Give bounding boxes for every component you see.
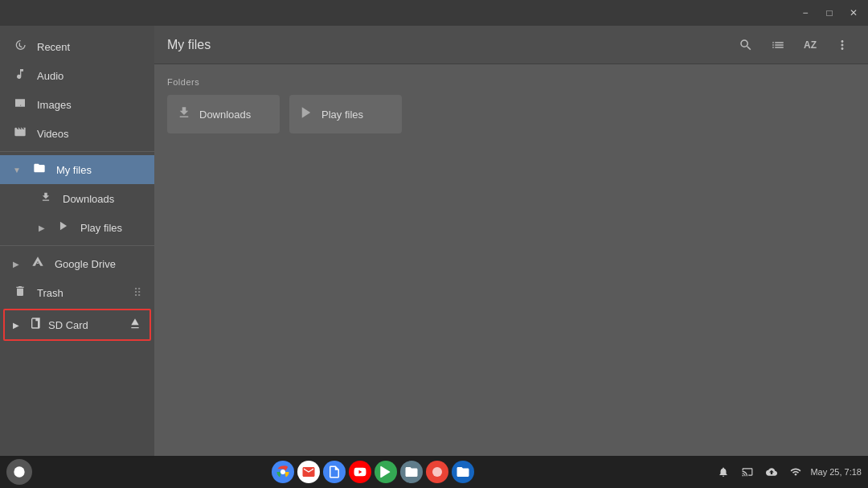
videos-icon — [13, 125, 27, 141]
taskbar-files-2[interactable] — [452, 461, 474, 483]
videos-label: Videos — [37, 128, 69, 140]
datetime-display: May 25, 7:18 — [810, 467, 862, 477]
audio-label: Audio — [37, 70, 63, 82]
drag-handle-icon: ⠿ — [133, 286, 141, 299]
play-files-folder-icon — [299, 105, 313, 123]
title-bar: − □ ✕ — [0, 0, 868, 26]
date-label: May 25, — [810, 467, 841, 477]
sidebar-item-audio[interactable]: Audio — [0, 61, 154, 90]
sort-button[interactable]: AZ — [797, 32, 823, 58]
more-options-button[interactable] — [829, 32, 855, 58]
downloads-folder-name: Downloads — [199, 109, 251, 121]
play-files-icon — [56, 220, 71, 235]
downloads-folder-icon — [177, 105, 191, 123]
sidebar-item-trash[interactable]: Trash ⠿ — [0, 278, 154, 307]
downloads-label: Downloads — [63, 193, 114, 205]
sd-card-icon — [27, 317, 42, 333]
taskbar-unknown-app[interactable] — [426, 461, 448, 483]
taskbar: May 25, 7:18 — [0, 456, 868, 488]
app-body: Recent Audio Images Vid — [0, 26, 868, 458]
google-drive-label: Google Drive — [55, 258, 116, 270]
minimize-button[interactable]: − — [794, 3, 817, 23]
sidebar-item-google-drive[interactable]: ▶ Google Drive — [0, 249, 154, 278]
list-view-button[interactable] — [765, 32, 791, 58]
sidebar-sub-my-files: Downloads ▶ Play files — [0, 184, 154, 242]
sd-card-label: SD Card — [48, 319, 88, 331]
window-controls: − □ ✕ — [794, 3, 865, 23]
wifi-icon[interactable] — [786, 462, 805, 482]
screen-mirror-icon[interactable] — [738, 462, 757, 482]
downloads-icon — [39, 191, 53, 206]
eject-icon[interactable] — [129, 318, 141, 333]
taskbar-files[interactable] — [400, 461, 423, 483]
taskbar-docs[interactable] — [323, 461, 346, 483]
taskbar-apps — [32, 461, 714, 483]
my-files-chevron: ▼ — [13, 166, 21, 174]
search-button[interactable] — [733, 32, 759, 58]
images-icon — [13, 96, 27, 113]
maximize-button[interactable]: □ — [818, 3, 841, 23]
launcher-button[interactable] — [6, 459, 32, 485]
sidebar-item-recent[interactable]: Recent — [0, 32, 154, 61]
images-label: Images — [37, 99, 72, 111]
sidebar-item-images[interactable]: Images — [0, 90, 154, 119]
folders-grid: Downloads Play files — [167, 95, 855, 133]
toolbar: My files AZ — [154, 26, 868, 64]
page-title: My files — [167, 38, 727, 52]
close-button[interactable]: ✕ — [842, 3, 865, 23]
sidebar-item-my-files[interactable]: ▼ My files — [0, 155, 154, 184]
recent-icon — [13, 39, 27, 55]
taskbar-youtube[interactable] — [349, 461, 371, 483]
my-files-icon — [32, 162, 47, 178]
sidebar-item-videos[interactable]: Videos — [0, 119, 154, 148]
svg-point-3 — [280, 470, 285, 474]
sidebar-divider-1 — [0, 151, 154, 152]
folder-card-play-files[interactable]: Play files — [289, 95, 402, 133]
audio-icon — [13, 68, 27, 84]
folders-section-label: Folders — [167, 77, 855, 87]
taskbar-gmail[interactable] — [297, 461, 320, 483]
sidebar-item-sd-card[interactable]: ▶ SD Card — [3, 309, 151, 341]
play-files-chevron: ▶ — [39, 223, 45, 232]
play-files-label: Play files — [80, 222, 122, 234]
sd-card-chevron: ▶ — [13, 321, 19, 330]
taskbar-play-store[interactable] — [375, 461, 397, 483]
svg-marker-1 — [302, 107, 311, 118]
content-area: Folders Downloads Play files — [154, 64, 868, 458]
play-files-folder-name: Play files — [321, 109, 363, 121]
folder-card-downloads[interactable]: Downloads — [167, 95, 280, 133]
upload-icon[interactable] — [762, 462, 781, 482]
google-drive-chevron: ▶ — [13, 260, 19, 269]
notification-icon[interactable] — [714, 462, 733, 482]
sidebar-item-downloads[interactable]: Downloads — [13, 184, 154, 213]
sidebar-item-play-files[interactable]: ▶ Play files — [13, 213, 154, 242]
my-files-label: My files — [56, 164, 92, 176]
time-label: 7:18 — [845, 467, 862, 477]
taskbar-chrome[interactable] — [272, 461, 294, 483]
trash-label: Trash — [37, 287, 63, 299]
google-drive-icon — [31, 256, 45, 272]
sidebar: Recent Audio Images Vid — [0, 26, 154, 458]
files-window: − □ ✕ Recent Audio — [0, 0, 868, 458]
sort-az-icon: AZ — [804, 39, 817, 51]
trash-icon — [13, 285, 27, 301]
sidebar-divider-2 — [0, 245, 154, 246]
recent-label: Recent — [37, 41, 70, 53]
svg-marker-0 — [60, 222, 67, 231]
main-content: My files AZ Folders — [154, 26, 868, 458]
svg-point-4 — [432, 467, 442, 477]
svg-point-2 — [14, 466, 24, 477]
taskbar-right: May 25, 7:18 — [714, 462, 862, 482]
